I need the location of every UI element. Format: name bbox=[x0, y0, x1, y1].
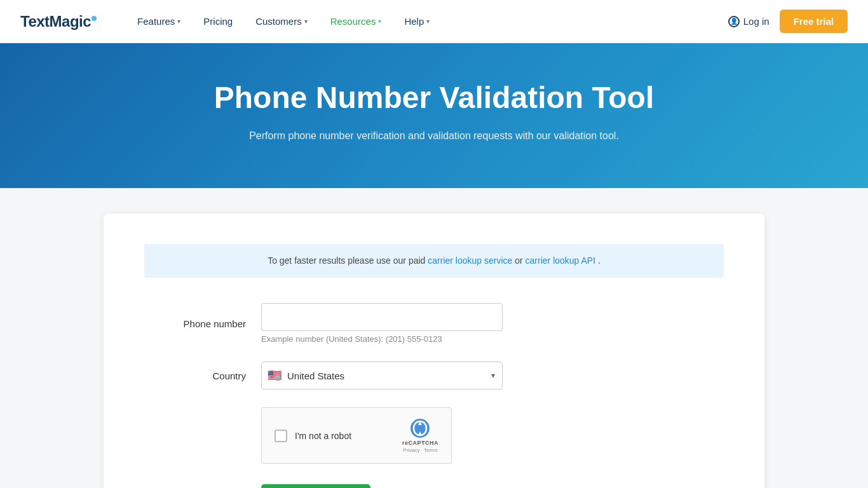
chevron-down-icon: ▾ bbox=[177, 18, 180, 25]
country-row: Country 🇺🇸 United States United Kingdom … bbox=[144, 362, 724, 390]
hero-subtitle: Perform phone number verification and va… bbox=[243, 128, 625, 144]
captcha-links: Privacy · Terms bbox=[403, 447, 438, 453]
content-card: To get faster results please use our pai… bbox=[104, 214, 764, 488]
recaptcha-logo-icon bbox=[410, 418, 430, 438]
nav-item-customers[interactable]: Customers ▾ bbox=[245, 11, 318, 32]
free-trial-button[interactable]: Free trial bbox=[780, 10, 848, 33]
validate-number-button[interactable]: Validate number bbox=[261, 484, 370, 488]
nav-item-resources[interactable]: Resources ▾ bbox=[320, 11, 392, 32]
captcha-checkbox[interactable] bbox=[275, 430, 287, 442]
info-bar: To get faster results please use our pai… bbox=[144, 244, 724, 278]
captcha-label: I'm not a robot bbox=[295, 431, 351, 441]
phone-number-label: Phone number bbox=[144, 318, 246, 329]
captcha-left: I'm not a robot bbox=[275, 430, 351, 442]
chevron-down-icon: ▾ bbox=[304, 18, 308, 25]
chevron-down-icon: ▾ bbox=[426, 18, 430, 25]
phone-field-wrap: Example number (United States): (201) 55… bbox=[261, 303, 503, 344]
country-select[interactable]: United States United Kingdom Canada Aust… bbox=[261, 362, 503, 390]
logo-accent-dot bbox=[92, 16, 97, 21]
captcha-section: I'm not a robot reCAPTCHA Privacy · Term… bbox=[261, 407, 724, 464]
phone-hint: Example number (United States): (201) 55… bbox=[261, 334, 503, 344]
form-buttons: Validate number Reset bbox=[261, 484, 724, 488]
logo-text: TextMagic bbox=[20, 13, 97, 30]
captcha-right: reCAPTCHA Privacy · Terms bbox=[402, 418, 438, 453]
user-icon: 👤 bbox=[728, 16, 740, 27]
captcha-box: I'm not a robot reCAPTCHA Privacy · Term… bbox=[261, 407, 452, 464]
hero-title: Phone Number Validation Tool bbox=[20, 81, 848, 115]
main-content: To get faster results please use our pai… bbox=[0, 188, 868, 488]
navbar: TextMagic Features ▾ Pricing Customers ▾… bbox=[0, 0, 868, 43]
login-button[interactable]: 👤 Log in bbox=[728, 16, 770, 27]
country-label: Country bbox=[144, 370, 246, 381]
carrier-lookup-service-link[interactable]: carrier lookup service bbox=[428, 255, 512, 266]
country-select-wrap: 🇺🇸 United States United Kingdom Canada A… bbox=[261, 362, 503, 390]
nav-item-features[interactable]: Features ▾ bbox=[127, 11, 191, 32]
nav-links: Features ▾ Pricing Customers ▾ Resources… bbox=[127, 11, 728, 32]
captcha-brand-label: reCAPTCHA bbox=[402, 440, 438, 446]
hero-section: Phone Number Validation Tool Perform pho… bbox=[0, 43, 868, 188]
phone-number-input[interactable] bbox=[261, 303, 503, 331]
nav-right: 👤 Log in Free trial bbox=[728, 10, 848, 33]
nav-item-pricing[interactable]: Pricing bbox=[193, 11, 243, 32]
logo[interactable]: TextMagic bbox=[20, 13, 97, 30]
phone-number-row: Phone number Example number (United Stat… bbox=[144, 303, 724, 344]
chevron-down-icon: ▾ bbox=[378, 18, 381, 25]
carrier-lookup-api-link[interactable]: carrier lookup API bbox=[526, 255, 596, 266]
nav-item-help[interactable]: Help ▾ bbox=[394, 11, 440, 32]
